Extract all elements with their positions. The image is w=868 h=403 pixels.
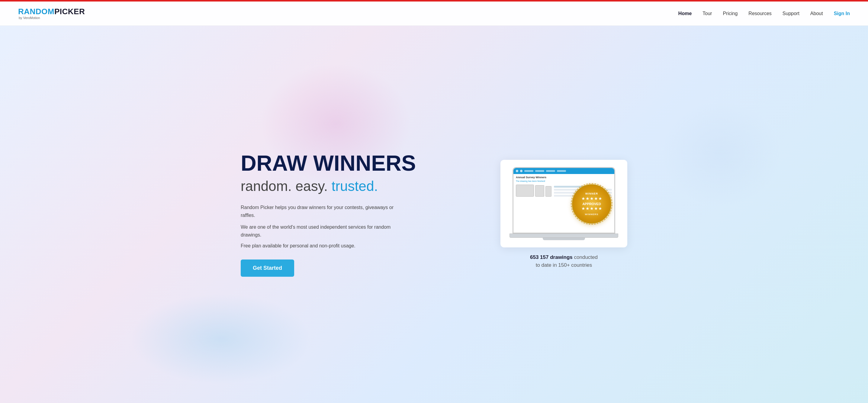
get-started-button[interactable]: Get Started [241,259,294,277]
logo-picker: PICKER [54,7,85,16]
screen-title: Annual Survey Winners [516,176,612,179]
device-tablet-icon [535,185,544,197]
stats-text: 653 157 drawings conducted to date in 15… [530,253,598,269]
nav-tour[interactable]: Tour [703,11,712,16]
nav-resources[interactable]: Resources [748,11,771,16]
screen-nav-text-4 [557,170,566,172]
screen-nav-text-3 [546,170,555,172]
stats-conducted: conducted [572,254,598,260]
laptop-base [509,234,618,238]
hero-subtitle-plain: random. easy. [241,178,332,194]
mockup-container: Annual Survey Winners The drawing has be… [500,160,627,247]
screen-nav-dot-1 [516,170,518,172]
logo[interactable]: RANDOMPICKER by VeroMotion [18,7,85,20]
hero-right: Annual Survey Winners The drawing has be… [500,160,627,269]
hero-free-plan: Free plan available for personal and non… [241,243,422,249]
nav-support[interactable]: Support [782,11,800,16]
stats-countries: to date in 150+ countries [536,262,592,268]
nav-about[interactable]: About [810,11,823,16]
logo-sub: by VeroMotion [19,16,85,20]
winner-badge: WINNER ★ ★ ★ ★ ★ APPROVED ★ ★ ★ [572,184,611,223]
screen-nav-dot-2 [520,170,523,172]
hero-subtitle-accent: trusted. [332,178,378,194]
screen-subtitle: The drawing has been finished! [516,180,612,182]
hero-left: DRAW WINNERS random. easy. trusted. Rand… [241,152,422,276]
hero-content: DRAW WINNERS random. easy. trusted. Rand… [217,134,651,294]
blob-2 [130,293,311,384]
stats-count: 653 157 drawings [530,254,572,260]
hero-desc-line1: Random Picker helps you draw winners for… [241,204,404,219]
blob-3 [660,101,781,207]
device-phone-icon [546,186,552,197]
badge-outer-ring [571,183,613,225]
main-nav: Home Tour Pricing Resources Support Abou… [678,11,850,16]
device-laptop-icon [516,185,534,197]
nav-home[interactable]: Home [678,11,692,16]
laptop-mockup: Annual Survey Winners The drawing has be… [513,167,615,234]
hero-desc-line2: We are one of the world's most used inde… [241,223,404,239]
hero-title: DRAW WINNERS [241,152,422,175]
screen-nav-text-2 [535,170,544,172]
nav-pricing[interactable]: Pricing [723,11,738,16]
screen-header [514,168,614,174]
hero-section: DRAW WINNERS random. easy. trusted. Rand… [0,26,868,403]
screen-devices [516,185,552,197]
logo-random: RANDOM [18,7,54,16]
header: RANDOMPICKER by VeroMotion Home Tour Pri… [0,1,868,26]
nav-signin[interactable]: Sign In [834,11,850,16]
laptop-stand [543,238,585,240]
hero-subtitle: random. easy. trusted. [241,178,422,194]
screen-nav-text-1 [524,170,533,172]
